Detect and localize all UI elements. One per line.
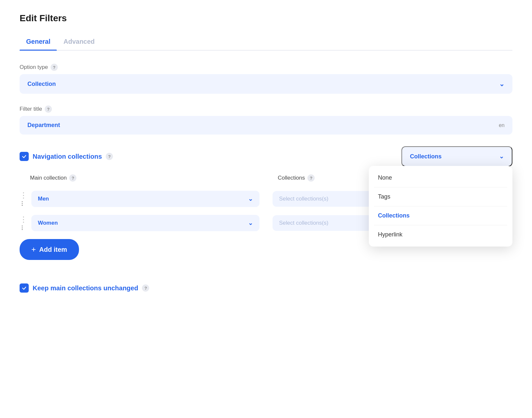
dropdown-item-tags[interactable]: Tags: [369, 187, 512, 206]
main-select-chevron-1-icon: ⌄: [248, 219, 253, 227]
option-type-select[interactable]: Collection ⌄: [20, 74, 512, 94]
navigation-collections-section: Navigation collections ? Collections ⌄ N…: [20, 146, 512, 272]
drag-handle-1[interactable]: ⋮: [20, 216, 27, 231]
option-type-chevron-icon: ⌄: [499, 80, 505, 88]
option-type-help-icon[interactable]: ?: [51, 64, 58, 71]
main-col-row-1: ⋮ Women ⌄: [20, 215, 259, 231]
keep-main-checkbox[interactable]: [20, 283, 29, 293]
page-title: Edit Filters: [20, 13, 512, 24]
main-collection-col: Main collection ?: [20, 174, 265, 186]
nav-collections-checkbox[interactable]: [20, 152, 29, 161]
filter-title-help-icon[interactable]: ?: [45, 105, 52, 113]
option-type-label: Option type ?: [20, 64, 512, 71]
dropdown-item-hyperlink[interactable]: Hyperlink: [369, 225, 512, 244]
add-item-plus-icon: +: [31, 245, 36, 254]
main-collection-select-1[interactable]: Women ⌄: [31, 215, 259, 231]
collections-col-help-icon[interactable]: ?: [307, 174, 315, 182]
dropdown-list: None Tags Collections Hyperlink: [369, 166, 512, 247]
main-collection-help-icon[interactable]: ?: [69, 174, 76, 182]
dropdown-item-collections[interactable]: Collections: [369, 206, 512, 225]
collections-dropdown-menu: None Tags Collections Hyperlink: [369, 166, 512, 247]
nav-collections-title: Navigation collections: [33, 153, 102, 160]
tab-advanced[interactable]: Advanced: [57, 33, 101, 50]
nav-section-header: Navigation collections ? Collections ⌄ N…: [20, 146, 512, 167]
main-collection-select-0[interactable]: Men ⌄: [31, 191, 259, 207]
add-item-button[interactable]: + Add item: [20, 239, 79, 260]
filter-title-label: Filter title ?: [20, 105, 512, 113]
dropdown-item-none[interactable]: None: [369, 169, 512, 187]
option-type-section: Option type ? Collection ⌄: [20, 64, 512, 94]
lang-tag: en: [499, 122, 505, 128]
collections-dropdown-chevron-icon: ⌄: [499, 153, 504, 160]
tab-general[interactable]: General: [20, 33, 57, 50]
main-col-row-0: ⋮ Men ⌄: [20, 191, 259, 207]
main-collection-label: Main collection ?: [30, 174, 76, 182]
keep-main-help-icon[interactable]: ?: [142, 284, 149, 292]
tabs-container: General Advanced: [20, 33, 512, 51]
main-select-chevron-0-icon: ⌄: [248, 195, 253, 202]
collections-dropdown-trigger[interactable]: Collections ⌄: [401, 146, 512, 167]
drag-handle-0[interactable]: ⋮: [20, 191, 27, 207]
keep-main-section: Keep main collections unchanged ?: [20, 283, 512, 293]
filter-title-section: Filter title ? Department en: [20, 105, 512, 135]
nav-collections-help-icon[interactable]: ?: [106, 153, 113, 160]
collections-dropdown-container: Collections ⌄ None Tags Collections Hype…: [401, 146, 512, 167]
keep-main-label: Keep main collections unchanged: [33, 284, 138, 292]
filter-title-field[interactable]: Department en: [20, 116, 512, 135]
